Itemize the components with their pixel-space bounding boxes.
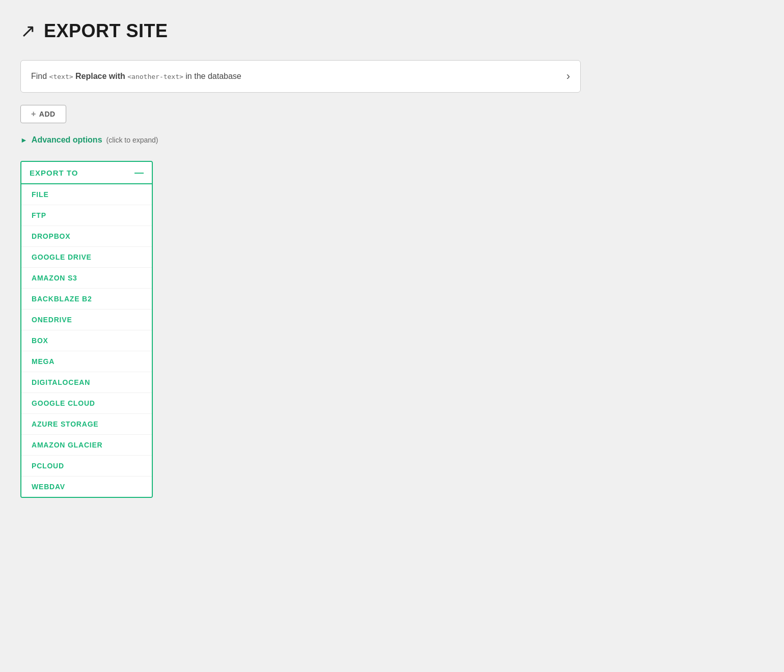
export-to-list-item[interactable]: FTP	[21, 205, 152, 226]
suffix-label: in the database	[185, 72, 241, 80]
add-button[interactable]: + ADD	[20, 105, 66, 123]
export-to-list: FILEFTPDROPBOXGOOGLE DRIVEAMAZON S3BACKB…	[21, 184, 152, 497]
export-to-list-item[interactable]: MEGA	[21, 351, 152, 372]
advanced-options-hint: (click to expand)	[106, 136, 158, 144]
find-placeholder: <text>	[49, 73, 73, 80]
export-site-icon: ↗︎	[20, 20, 36, 42]
replace-placeholder: <another-text>	[127, 73, 183, 80]
replace-label: Replace with	[75, 72, 125, 80]
export-to-list-item[interactable]: BOX	[21, 330, 152, 351]
export-to-list-item[interactable]: AZURE STORAGE	[21, 414, 152, 435]
export-to-list-item[interactable]: FILE	[21, 184, 152, 205]
export-to-list-item[interactable]: GOOGLE CLOUD	[21, 393, 152, 414]
export-to-panel: EXPORT TO — FILEFTPDROPBOXGOOGLE DRIVEAM…	[20, 161, 153, 498]
find-label: Find	[31, 72, 47, 80]
export-to-list-item[interactable]: GOOGLE DRIVE	[21, 247, 152, 268]
add-icon: +	[31, 109, 36, 119]
collapse-icon[interactable]: —	[134, 168, 144, 177]
find-replace-chevron-icon[interactable]: ›	[566, 70, 570, 83]
find-replace-bar: Find <text> Replace with <another-text> …	[20, 60, 581, 93]
page-title: EXPORT SITE	[44, 20, 168, 42]
advanced-arrow-icon: ►	[20, 136, 28, 144]
add-button-label: ADD	[39, 110, 56, 118]
export-to-list-item[interactable]: WEBDAV	[21, 477, 152, 497]
export-to-list-item[interactable]: DIGITALOCEAN	[21, 372, 152, 393]
export-to-header: EXPORT TO —	[21, 162, 152, 184]
export-to-title: EXPORT TO	[30, 169, 78, 177]
export-to-list-item[interactable]: AMAZON S3	[21, 268, 152, 289]
page-header: ↗︎ EXPORT SITE	[20, 20, 764, 42]
advanced-options-row[interactable]: ► Advanced options (click to expand)	[20, 135, 764, 145]
find-replace-text: Find <text> Replace with <another-text> …	[31, 72, 241, 81]
export-to-list-item[interactable]: BACKBLAZE B2	[21, 289, 152, 310]
export-to-list-item[interactable]: DROPBOX	[21, 226, 152, 247]
export-to-list-item[interactable]: AMAZON GLACIER	[21, 435, 152, 456]
export-to-list-item[interactable]: PCLOUD	[21, 456, 152, 477]
advanced-options-label: Advanced options	[32, 135, 102, 145]
export-to-list-item[interactable]: ONEDRIVE	[21, 310, 152, 330]
